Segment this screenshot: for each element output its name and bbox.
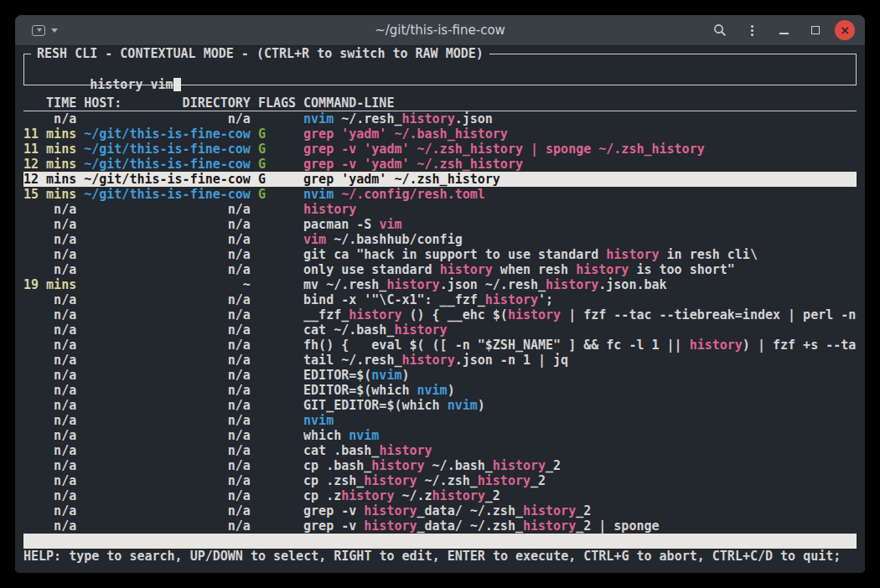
history-row[interactable]: n/an/agrep -v history_data/ ~/.zsh_histo… <box>23 518 857 534</box>
spacer <box>296 338 303 353</box>
row-directory: n/a <box>84 322 251 338</box>
spacer <box>76 368 84 383</box>
row-directory: n/a <box>84 473 251 488</box>
row-time: n/a <box>23 443 76 458</box>
spacer <box>76 247 84 262</box>
maximize-button[interactable] <box>803 18 828 43</box>
row-command: vim ~/.bashhub/config <box>303 232 857 247</box>
history-row[interactable]: n/an/agit ca "hack in support to use sta… <box>23 247 857 262</box>
search-button[interactable] <box>707 18 732 43</box>
spacer <box>296 368 303 383</box>
status-bar: 2020-05-11 12:01:51tower:~/git/this-is-f… <box>23 534 857 549</box>
kebab-menu-icon <box>751 29 753 32</box>
history-row[interactable]: n/an/atail ~/.resh_history.json -n 1 | j… <box>23 353 857 368</box>
spacer <box>251 322 258 338</box>
maximize-icon <box>811 26 820 34</box>
row-command: git ca "hack in support to use standard … <box>303 247 857 262</box>
history-row[interactable]: n/an/acp .zhistory ~/.zhistory_2 <box>23 488 857 503</box>
spacer <box>296 202 303 217</box>
history-row[interactable]: 19 mins~mv ~/.resh_history.json ~/.resh_… <box>23 277 857 292</box>
row-command: EDITOR=$(which nvim) <box>303 383 857 398</box>
history-row[interactable]: 12 mins~/git/this-is-fine-cowGgrep -v 'y… <box>23 157 857 172</box>
row-time: 19 mins <box>23 277 76 292</box>
spacer <box>76 473 84 488</box>
new-tab-button[interactable] <box>32 25 58 36</box>
row-directory: n/a <box>84 217 251 232</box>
row-directory: n/a <box>84 338 251 353</box>
history-row[interactable]: n/an/acp .bash_history ~/.bash_history_2 <box>23 458 857 473</box>
spacer <box>76 398 84 413</box>
history-row[interactable]: n/an/anvim ~/.resh_history.json <box>23 111 857 126</box>
close-button[interactable]: × <box>835 20 855 40</box>
spacer <box>251 232 258 247</box>
row-flags <box>258 217 296 232</box>
history-row[interactable]: 11 mins~/git/this-is-fine-cowGgrep 'yadm… <box>23 126 857 142</box>
spacer <box>76 142 84 157</box>
spacer <box>251 518 258 534</box>
spacer <box>76 413 84 428</box>
spacer <box>251 443 258 458</box>
history-row[interactable]: n/an/abind -x '"\C-x1": __fzf_history'; <box>23 292 857 307</box>
spacer <box>76 458 84 473</box>
spacer <box>76 126 84 142</box>
spacer <box>296 157 303 172</box>
spacer <box>76 187 84 202</box>
row-time: n/a <box>23 247 76 262</box>
history-row[interactable]: n/an/afh() { eval $( ([ -n "$ZSH_NAME" ]… <box>23 338 857 353</box>
row-flags <box>258 338 296 353</box>
row-command: nvim ~/.resh_history.json <box>303 111 857 126</box>
row-time: n/a <box>23 428 76 443</box>
row-flags: G <box>258 187 296 202</box>
row-directory: n/a <box>84 292 251 307</box>
search-input[interactable]: history vim <box>24 54 856 107</box>
history-row[interactable]: 15 mins~/git/this-is-fine-cowGnvim ~/.co… <box>23 187 857 202</box>
row-command: grep -v 'yadm' ~/.zsh_history | sponge ~… <box>303 142 857 157</box>
row-flags <box>258 518 296 534</box>
row-flags <box>258 232 296 247</box>
spacer <box>251 126 258 142</box>
spacer <box>251 172 258 187</box>
row-directory: n/a <box>84 488 251 503</box>
history-row[interactable]: n/an/aonly use standard history when res… <box>23 262 857 277</box>
spacer <box>251 488 258 503</box>
history-row[interactable]: n/an/aGIT_EDITOR=$(which nvim) <box>23 398 857 413</box>
history-row[interactable]: n/an/acp .zsh_history ~/.zsh_history_2 <box>23 473 857 488</box>
minimize-button[interactable] <box>771 18 796 43</box>
row-flags <box>258 247 296 262</box>
spacer <box>251 458 258 473</box>
spacer <box>296 142 303 157</box>
row-directory: n/a <box>84 262 251 277</box>
row-directory: ~/git/this-is-fine-cow <box>84 172 251 187</box>
spacer <box>76 518 84 534</box>
spacer <box>76 503 84 518</box>
row-directory: n/a <box>84 458 251 473</box>
history-row[interactable]: n/an/agrep -v history_data/ ~/.zsh_histo… <box>23 503 857 518</box>
row-time: 15 mins <box>23 187 76 202</box>
history-row[interactable]: n/an/acat ~/.bash_history <box>23 322 857 338</box>
history-row[interactable]: n/an/awhich nvim <box>23 428 857 443</box>
history-row[interactable]: 11 mins~/git/this-is-fine-cowGgrep -v 'y… <box>23 142 857 157</box>
spacer <box>251 142 258 157</box>
spacer <box>76 292 84 307</box>
spacer <box>296 428 303 443</box>
row-directory: n/a <box>84 518 251 534</box>
history-row-selected[interactable]: 12 mins~/git/this-is-fine-cowGgrep 'yadm… <box>23 172 857 187</box>
history-row[interactable]: n/an/apacman -S vim <box>23 217 857 232</box>
history-row[interactable]: n/an/avim ~/.bashhub/config <box>23 232 857 247</box>
menu-button[interactable] <box>739 18 764 43</box>
spacer <box>296 458 303 473</box>
row-flags <box>258 428 296 443</box>
history-row[interactable]: n/an/anvim <box>23 413 857 428</box>
history-row[interactable]: n/an/a__fzf_history () { __ehc $(history… <box>23 307 857 322</box>
resh-search-box: RESH CLI - CONTEXTUAL MODE - (CTRL+R to … <box>23 54 857 85</box>
history-row[interactable]: n/an/aEDITOR=$(nvim) <box>23 368 857 383</box>
new-tab-icon <box>32 25 45 36</box>
row-directory: n/a <box>84 413 251 428</box>
history-row[interactable]: n/an/aEDITOR=$(which nvim) <box>23 383 857 398</box>
spacer <box>76 307 84 322</box>
spacer <box>76 322 84 338</box>
row-time: n/a <box>23 217 76 232</box>
history-row[interactable]: n/an/ahistory <box>23 202 857 217</box>
history-row[interactable]: n/an/acat .bash_history <box>23 443 857 458</box>
spacer <box>251 383 258 398</box>
